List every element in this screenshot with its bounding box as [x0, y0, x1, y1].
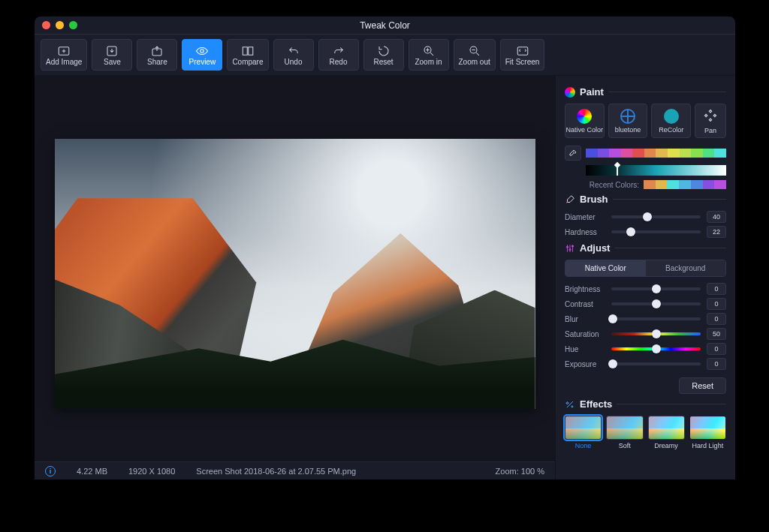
recent-swatch[interactable]	[667, 180, 679, 189]
zoom-in-icon	[422, 44, 436, 58]
recent-swatches[interactable]	[644, 180, 726, 189]
adjust-tab-native[interactable]: Native Color	[565, 260, 646, 276]
palette-swatch[interactable]	[703, 149, 715, 158]
svg-rect-8	[517, 47, 528, 55]
canvas-area[interactable]	[35, 76, 555, 461]
gradient-row	[565, 165, 726, 176]
effect-dreamy[interactable]: Dreamy	[648, 416, 685, 449]
saturation-thumb[interactable]	[652, 329, 661, 338]
effect-none-thumb	[565, 416, 602, 440]
tab-bluetone-label: bluetone	[615, 126, 641, 134]
info-icon[interactable]: i	[45, 466, 56, 476]
palette-swatch[interactable]	[598, 149, 610, 158]
redo-button[interactable]: Redo	[318, 39, 359, 71]
adjust-title: Adjust	[580, 242, 610, 254]
effect-hard-light-thumb	[689, 416, 726, 440]
palette-swatch[interactable]	[621, 149, 633, 158]
status-dimensions: 1920 X 1080	[128, 467, 175, 476]
diameter-slider[interactable]	[611, 215, 701, 218]
palette-swatch[interactable]	[680, 149, 692, 158]
palette-swatch[interactable]	[644, 149, 656, 158]
hardness-thumb[interactable]	[626, 227, 635, 236]
hardness-slider[interactable]	[611, 230, 701, 233]
diameter-value: 40	[707, 211, 726, 223]
window-title: Tweak Color	[35, 20, 735, 31]
palette-swatch[interactable]	[656, 149, 668, 158]
hardness-value: 22	[707, 226, 726, 238]
fit-screen-button[interactable]: Fit Screen	[500, 39, 545, 71]
add-image-button[interactable]: Add Image	[41, 39, 87, 71]
tab-native-color[interactable]: Native Color	[565, 104, 605, 138]
gradient-cursor[interactable]	[617, 165, 618, 176]
blur-slider[interactable]	[611, 317, 701, 320]
contrast-slider[interactable]	[611, 302, 701, 305]
recent-swatch[interactable]	[703, 180, 715, 189]
tab-pan-label: Pan	[704, 127, 716, 134]
compare-button[interactable]: Compare	[227, 39, 268, 71]
share-label: Share	[147, 58, 167, 66]
zoom-in-button[interactable]: Zoom in	[409, 39, 449, 71]
brightness-label: Brightness	[565, 285, 605, 293]
zoom-out-icon	[468, 44, 481, 58]
blur-label: Blur	[565, 315, 605, 323]
palette-swatch[interactable]	[609, 149, 621, 158]
tab-bluetone[interactable]: bluetone	[608, 104, 648, 138]
tab-pan[interactable]: Pan	[695, 104, 726, 138]
recent-swatch[interactable]	[679, 180, 691, 189]
palette-swatch[interactable]	[714, 149, 726, 158]
tab-recolor[interactable]: ReColor	[651, 104, 691, 138]
effect-dreamy-thumb	[648, 416, 685, 440]
eye-icon	[195, 44, 209, 58]
palette-swatches[interactable]	[586, 149, 726, 158]
minimize-window-button[interactable]	[56, 21, 64, 29]
effect-hard-light[interactable]: Hard Light	[689, 416, 726, 449]
status-filesize: 4.22 MB	[77, 467, 107, 476]
effect-soft[interactable]: Soft	[606, 416, 643, 449]
effect-none[interactable]: None	[565, 416, 602, 449]
hue-slider[interactable]	[611, 347, 701, 350]
image-plus-icon	[57, 44, 71, 58]
brightness-slider[interactable]	[611, 287, 701, 290]
undo-button[interactable]: Undo	[273, 39, 314, 71]
close-window-button[interactable]	[42, 21, 50, 29]
exposure-slider[interactable]	[611, 362, 701, 365]
pan-icon	[703, 108, 718, 125]
diameter-thumb[interactable]	[643, 212, 652, 221]
contrast-thumb[interactable]	[652, 299, 661, 308]
fullscreen-window-button[interactable]	[69, 21, 77, 29]
brush-icon	[565, 194, 575, 205]
save-button[interactable]: Save	[92, 39, 132, 71]
hue-thumb[interactable]	[652, 344, 661, 353]
svg-rect-4	[243, 47, 247, 55]
window-controls	[42, 21, 77, 29]
saturation-slider[interactable]	[611, 332, 701, 335]
adjust-reset-button[interactable]: Reset	[679, 377, 726, 394]
zoom-out-button[interactable]: Zoom out	[454, 39, 496, 71]
palette-swatch[interactable]	[632, 149, 644, 158]
recent-swatch[interactable]	[691, 180, 703, 189]
recent-swatch[interactable]	[656, 180, 668, 189]
exposure-thumb[interactable]	[608, 359, 617, 368]
recent-swatch[interactable]	[644, 180, 656, 189]
hardness-slider-row: Hardness 22	[565, 226, 726, 238]
preview-button[interactable]: Preview	[182, 39, 222, 71]
palette-row	[565, 146, 726, 161]
brightness-thumb[interactable]	[652, 284, 661, 293]
palette-swatch[interactable]	[586, 149, 598, 158]
adjust-tab-background[interactable]: Background	[646, 260, 726, 276]
eyedropper-icon	[568, 149, 578, 158]
eyedropper-button[interactable]	[565, 146, 581, 161]
recent-colors-row: Recent Colors:	[565, 180, 726, 189]
saturation-label: Saturation	[565, 330, 605, 338]
tab-recolor-label: ReColor	[659, 126, 683, 134]
toolbar: Add Image Save Share Preview Compare Und…	[35, 35, 735, 76]
share-button[interactable]: Share	[137, 39, 177, 71]
palette-swatch[interactable]	[691, 149, 703, 158]
recent-swatch[interactable]	[714, 180, 726, 189]
palette-swatch[interactable]	[668, 149, 680, 158]
value-gradient-slider[interactable]	[586, 165, 726, 176]
compare-icon	[241, 44, 255, 58]
reset-button[interactable]: Reset	[363, 39, 404, 71]
blur-thumb[interactable]	[608, 314, 617, 323]
reset-icon	[377, 44, 391, 58]
